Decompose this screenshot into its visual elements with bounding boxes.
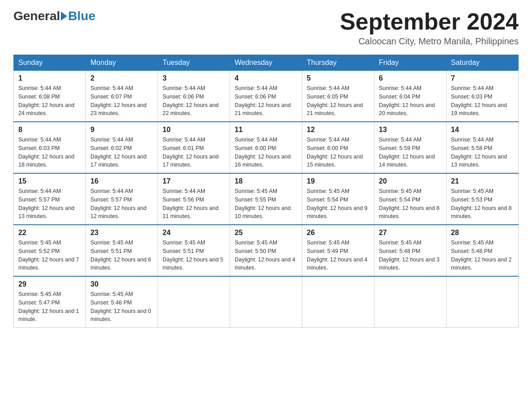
- day-info: Sunrise: 5:44 AMSunset: 5:57 PMDaylight:…: [18, 187, 81, 221]
- day-number: 27: [379, 229, 442, 237]
- day-info: Sunrise: 5:44 AMSunset: 6:06 PMDaylight:…: [163, 84, 225, 118]
- day-number: 19: [307, 177, 369, 185]
- day-number: 23: [90, 229, 153, 237]
- calendar-cell: 6Sunrise: 5:44 AMSunset: 6:04 PMDaylight…: [374, 71, 446, 122]
- day-info: Sunrise: 5:44 AMSunset: 6:08 PMDaylight:…: [18, 84, 81, 118]
- calendar-cell: 27Sunrise: 5:45 AMSunset: 5:48 PMDayligh…: [374, 225, 446, 276]
- calendar-cell: 12Sunrise: 5:44 AMSunset: 6:00 PMDayligh…: [302, 122, 374, 173]
- day-number: 14: [451, 126, 514, 134]
- logo-general-text: General: [13, 9, 60, 23]
- day-number: 21: [451, 177, 514, 185]
- day-header-tuesday: Tuesday: [158, 55, 230, 71]
- day-header-thursday: Thursday: [302, 55, 374, 71]
- logo-blue-text: Blue: [68, 9, 95, 23]
- day-info: Sunrise: 5:45 AMSunset: 5:54 PMDaylight:…: [379, 187, 442, 221]
- day-info: Sunrise: 5:44 AMSunset: 6:06 PMDaylight:…: [235, 84, 297, 118]
- calendar-table: SundayMondayTuesdayWednesdayThursdayFrid…: [13, 55, 519, 328]
- calendar-week-row: 29Sunrise: 5:45 AMSunset: 5:47 PMDayligh…: [14, 276, 519, 328]
- day-info: Sunrise: 5:44 AMSunset: 5:59 PMDaylight:…: [379, 136, 442, 169]
- calendar-cell: 23Sunrise: 5:45 AMSunset: 5:51 PMDayligh…: [86, 225, 158, 276]
- day-info: Sunrise: 5:44 AMSunset: 6:01 PMDaylight:…: [163, 136, 225, 169]
- day-number: 4: [235, 74, 297, 82]
- calendar-cell: 17Sunrise: 5:44 AMSunset: 5:56 PMDayligh…: [158, 173, 230, 225]
- page-header: General Blue September 2024 Caloocan Cit…: [13, 9, 519, 47]
- calendar-week-row: 15Sunrise: 5:44 AMSunset: 5:57 PMDayligh…: [14, 173, 519, 225]
- day-number: 16: [90, 177, 153, 185]
- calendar-cell: 30Sunrise: 5:45 AMSunset: 5:46 PMDayligh…: [86, 276, 158, 328]
- day-number: 1: [18, 74, 81, 82]
- day-info: Sunrise: 5:44 AMSunset: 6:04 PMDaylight:…: [379, 84, 442, 118]
- calendar-cell: 2Sunrise: 5:44 AMSunset: 6:07 PMDaylight…: [86, 71, 158, 122]
- calendar-cell: 18Sunrise: 5:45 AMSunset: 5:55 PMDayligh…: [230, 173, 302, 225]
- calendar-cell: [446, 276, 519, 328]
- day-number: 25: [235, 229, 297, 237]
- calendar-cell: [230, 276, 302, 328]
- day-number: 15: [18, 177, 81, 185]
- day-info: Sunrise: 5:45 AMSunset: 5:49 PMDaylight:…: [307, 239, 369, 272]
- day-info: Sunrise: 5:45 AMSunset: 5:55 PMDaylight:…: [235, 187, 297, 221]
- calendar-cell: 4Sunrise: 5:44 AMSunset: 6:06 PMDaylight…: [230, 71, 302, 122]
- day-info: Sunrise: 5:45 AMSunset: 5:54 PMDaylight:…: [307, 187, 369, 221]
- logo-arrow-icon: [61, 12, 67, 21]
- day-header-friday: Friday: [374, 55, 446, 71]
- day-number: 12: [307, 126, 369, 134]
- day-number: 26: [307, 229, 369, 237]
- day-info: Sunrise: 5:45 AMSunset: 5:48 PMDaylight:…: [379, 239, 442, 272]
- day-info: Sunrise: 5:44 AMSunset: 6:00 PMDaylight:…: [307, 136, 369, 169]
- day-header-wednesday: Wednesday: [230, 55, 302, 71]
- calendar-cell: 22Sunrise: 5:45 AMSunset: 5:52 PMDayligh…: [14, 225, 86, 276]
- calendar-cell: 21Sunrise: 5:45 AMSunset: 5:53 PMDayligh…: [446, 173, 519, 225]
- calendar-week-row: 22Sunrise: 5:45 AMSunset: 5:52 PMDayligh…: [14, 225, 519, 276]
- day-number: 9: [90, 126, 153, 134]
- calendar-cell: 15Sunrise: 5:44 AMSunset: 5:57 PMDayligh…: [14, 173, 86, 225]
- day-number: 24: [163, 229, 225, 237]
- calendar-cell: 11Sunrise: 5:44 AMSunset: 6:00 PMDayligh…: [230, 122, 302, 173]
- day-info: Sunrise: 5:44 AMSunset: 6:07 PMDaylight:…: [90, 84, 153, 118]
- day-number: 3: [163, 74, 225, 82]
- day-number: 7: [451, 74, 514, 82]
- day-info: Sunrise: 5:44 AMSunset: 5:57 PMDaylight:…: [90, 187, 153, 221]
- calendar-cell: 7Sunrise: 5:44 AMSunset: 6:03 PMDaylight…: [446, 71, 519, 122]
- day-info: Sunrise: 5:44 AMSunset: 6:00 PMDaylight:…: [235, 136, 297, 169]
- calendar-cell: 5Sunrise: 5:44 AMSunset: 6:05 PMDaylight…: [302, 71, 374, 122]
- calendar-cell: 16Sunrise: 5:44 AMSunset: 5:57 PMDayligh…: [86, 173, 158, 225]
- calendar-cell: 1Sunrise: 5:44 AMSunset: 6:08 PMDaylight…: [14, 71, 86, 122]
- calendar-cell: 28Sunrise: 5:45 AMSunset: 5:48 PMDayligh…: [446, 225, 519, 276]
- calendar-cell: 25Sunrise: 5:45 AMSunset: 5:50 PMDayligh…: [230, 225, 302, 276]
- calendar-week-row: 8Sunrise: 5:44 AMSunset: 6:03 PMDaylight…: [14, 122, 519, 173]
- calendar-cell: 8Sunrise: 5:44 AMSunset: 6:03 PMDaylight…: [14, 122, 86, 173]
- day-number: 2: [90, 74, 153, 82]
- day-number: 13: [379, 126, 442, 134]
- subtitle: Caloocan City, Metro Manila, Philippines: [340, 36, 519, 47]
- calendar-cell: 20Sunrise: 5:45 AMSunset: 5:54 PMDayligh…: [374, 173, 446, 225]
- day-info: Sunrise: 5:44 AMSunset: 6:03 PMDaylight:…: [451, 84, 514, 118]
- calendar-cell: 3Sunrise: 5:44 AMSunset: 6:06 PMDaylight…: [158, 71, 230, 122]
- day-number: 18: [235, 177, 297, 185]
- day-number: 29: [18, 280, 81, 288]
- calendar-header-row: SundayMondayTuesdayWednesdayThursdayFrid…: [14, 55, 519, 71]
- day-info: Sunrise: 5:45 AMSunset: 5:46 PMDaylight:…: [90, 290, 153, 324]
- day-number: 11: [235, 126, 297, 134]
- day-info: Sunrise: 5:44 AMSunset: 5:58 PMDaylight:…: [451, 136, 514, 169]
- day-number: 20: [379, 177, 442, 185]
- calendar-cell: [302, 276, 374, 328]
- calendar-cell: 24Sunrise: 5:45 AMSunset: 5:51 PMDayligh…: [158, 225, 230, 276]
- day-info: Sunrise: 5:45 AMSunset: 5:47 PMDaylight:…: [18, 290, 81, 324]
- calendar-cell: 13Sunrise: 5:44 AMSunset: 5:59 PMDayligh…: [374, 122, 446, 173]
- calendar-cell: [374, 276, 446, 328]
- calendar-cell: 19Sunrise: 5:45 AMSunset: 5:54 PMDayligh…: [302, 173, 374, 225]
- day-info: Sunrise: 5:44 AMSunset: 5:56 PMDaylight:…: [163, 187, 225, 221]
- calendar-week-row: 1Sunrise: 5:44 AMSunset: 6:08 PMDaylight…: [14, 71, 519, 122]
- day-info: Sunrise: 5:45 AMSunset: 5:53 PMDaylight:…: [451, 187, 514, 221]
- day-number: 10: [163, 126, 225, 134]
- main-title: September 2024: [340, 9, 519, 34]
- day-header-monday: Monday: [86, 55, 158, 71]
- day-number: 30: [90, 280, 153, 288]
- day-number: 8: [18, 126, 81, 134]
- calendar-cell: 9Sunrise: 5:44 AMSunset: 6:02 PMDaylight…: [86, 122, 158, 173]
- logo: General Blue: [13, 9, 95, 23]
- calendar-cell: [158, 276, 230, 328]
- day-header-sunday: Sunday: [14, 55, 86, 71]
- day-info: Sunrise: 5:44 AMSunset: 6:03 PMDaylight:…: [18, 136, 81, 169]
- day-header-saturday: Saturday: [446, 55, 519, 71]
